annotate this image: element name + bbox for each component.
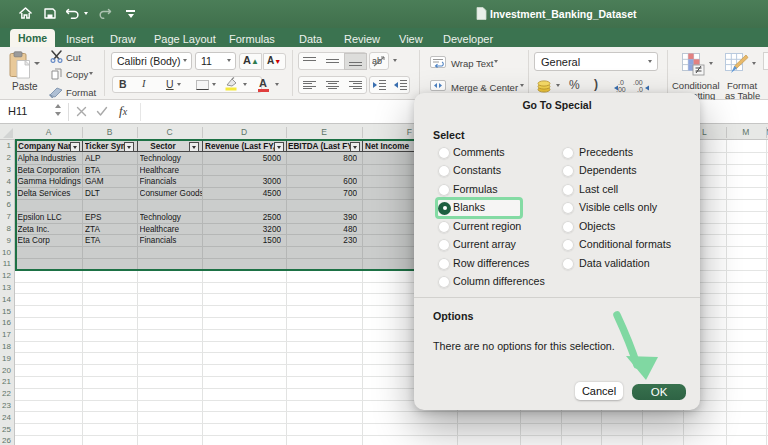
svg-text:.0: .0 [637, 86, 643, 93]
svg-text:ab: ab [372, 56, 382, 66]
